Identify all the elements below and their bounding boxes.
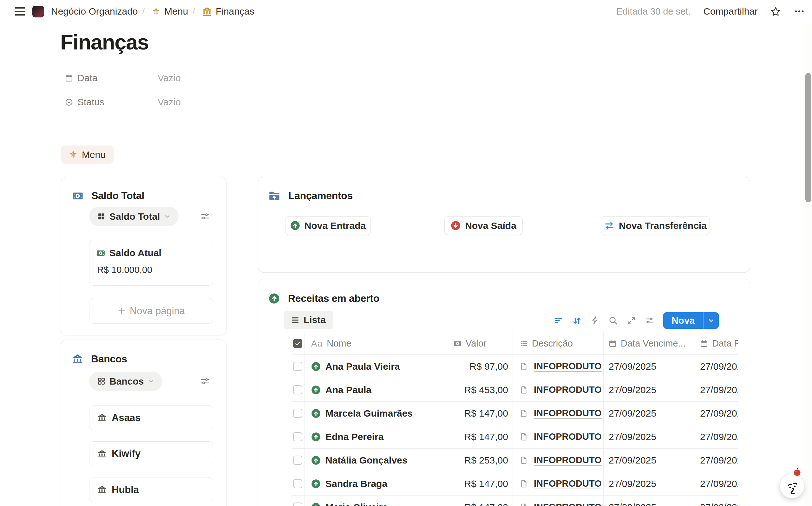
property-status-value[interactable]: Vazio — [158, 97, 181, 107]
nova-transferencia-button[interactable]: Nova Transferência — [601, 216, 710, 235]
row-data-pagamento-cell[interactable]: 27/09/2025 — [695, 378, 738, 401]
row-data-pagamento-cell[interactable]: 27/09/2025 — [695, 425, 738, 448]
page-icon — [520, 433, 528, 441]
arrow-down-circle-red-icon — [451, 221, 461, 231]
row-data-vencimento-cell[interactable]: 27/09/2025 — [603, 449, 695, 472]
bank-gray-icon — [98, 449, 106, 458]
row-valor-cell[interactable]: R$ 147,00 — [449, 472, 513, 495]
text-type-icon: Aa — [311, 339, 323, 349]
row-checkbox[interactable] — [293, 409, 302, 418]
row-nome-cell[interactable]: Marcela Guimarães — [305, 402, 449, 425]
search-icon[interactable] — [608, 316, 618, 325]
scrollbar-thumb[interactable] — [805, 73, 811, 202]
header-nome[interactable]: Aa Nome — [305, 333, 449, 354]
row-checkbox[interactable] — [293, 385, 302, 395]
row-nome-cell[interactable]: Maria Oliveira — [305, 496, 449, 506]
more-options-icon[interactable] — [794, 6, 805, 17]
bancos-view-settings-icon[interactable] — [200, 376, 210, 386]
row-descricao-cell[interactable]: INFOPRODUTO — [513, 496, 603, 506]
hamburger-menu-icon[interactable] — [15, 7, 25, 15]
row-data-vencimento-cell[interactable]: 27/09/2025 — [603, 472, 695, 495]
workspace-avatar[interactable] — [32, 6, 44, 17]
breadcrumb-page[interactable]: Finanças — [199, 5, 257, 18]
menu-link-button[interactable]: ⚜ Menu — [61, 146, 113, 164]
row-data-pagamento-cell[interactable]: 27/09/2025 — [695, 496, 738, 506]
arrow-up-circle-green-icon — [311, 409, 321, 418]
row-data-vencimento-cell[interactable]: 27/09/2025 — [603, 378, 695, 401]
nova-dropdown-chevron-icon[interactable] — [704, 312, 719, 329]
row-data-pagamento-cell[interactable]: 27/09/2025 — [695, 355, 738, 378]
row-valor-cell[interactable]: R$ 147,00 — [449, 425, 513, 448]
lista-view-tab[interactable]: Lista — [283, 311, 333, 329]
new-page-button[interactable]: Nova página — [89, 298, 213, 324]
page-icon — [520, 362, 528, 370]
row-data-pagamento-cell[interactable]: 27/09/2025 — [695, 449, 738, 472]
header-descricao[interactable]: Descrição — [513, 333, 603, 354]
money-green-icon — [96, 249, 105, 257]
share-button[interactable]: Compartilhar — [703, 6, 758, 17]
saldo-atual-card[interactable]: Saldo Atual R$ 10.000,00 — [89, 240, 213, 286]
row-nome-cell[interactable]: Ana Paula Vieira — [305, 355, 449, 378]
row-checkbox[interactable] — [293, 432, 302, 441]
row-descricao-cell[interactable]: INFOPRODUTO — [513, 425, 603, 448]
row-valor-cell[interactable]: R$ 453,00 — [449, 378, 513, 401]
property-status[interactable]: Status — [65, 97, 158, 107]
filter-icon[interactable] — [554, 316, 563, 325]
row-nome-cell[interactable]: Edna Pereira — [305, 425, 449, 448]
saldo-atual-title: Saldo Atual — [109, 248, 161, 258]
header-data-vencimento[interactable]: Data Vencime... — [603, 333, 695, 354]
breadcrumb-menu[interactable]: ⚜ Menu — [149, 5, 191, 18]
view-settings-sliders-icon[interactable] — [645, 316, 654, 325]
saldo-view-settings-icon[interactable] — [200, 212, 210, 221]
property-data-value[interactable]: Vazio — [158, 73, 181, 83]
header-data-pagamento[interactable]: Data P — [695, 333, 738, 354]
row-data-pagamento-cell[interactable]: 27/09/2025 — [695, 472, 738, 495]
row-valor-cell[interactable]: R$ 97,00 — [449, 355, 513, 378]
nova-entrada-button[interactable]: Nova Entrada — [285, 216, 371, 235]
automation-bolt-icon[interactable] — [591, 316, 599, 325]
row-descricao-cell[interactable]: INFOPRODUTO — [513, 355, 603, 378]
row-nome-cell[interactable]: Ana Paula — [305, 378, 449, 401]
bank-item-label: Kiwify — [112, 448, 141, 459]
calendar-icon — [609, 340, 617, 347]
bancos-view-tab[interactable]: Bancos — [89, 371, 162, 391]
row-data-vencimento-cell[interactable]: 27/09/2025 — [603, 355, 695, 378]
bank-blue-icon — [72, 354, 83, 364]
row-nome-cell[interactable]: Sandra Braga — [305, 472, 449, 495]
row-data-vencimento-cell[interactable]: 27/09/2025 — [603, 425, 695, 448]
row-descricao-cell[interactable]: INFOPRODUTO — [513, 472, 603, 495]
table-row: Ana Paula R$ 453,00 INFOPRODUTO 2 — [292, 378, 738, 402]
ai-assistant-button[interactable] — [780, 474, 804, 498]
row-checkbox[interactable] — [293, 503, 302, 506]
saldo-view-tab[interactable]: Saldo Total — [89, 207, 179, 226]
row-valor-cell[interactable]: R$ 253,00 — [449, 449, 513, 472]
breadcrumb-menu-label: Menu — [164, 6, 188, 17]
bank-item[interactable]: Asaas — [89, 405, 213, 430]
breadcrumb-page-label: Finanças — [216, 6, 254, 17]
row-descricao-cell[interactable]: INFOPRODUTO — [513, 402, 603, 425]
row-checkbox[interactable] — [293, 362, 302, 371]
sort-icon[interactable] — [572, 316, 582, 326]
top-bar: Negócio Organizado / ⚜ Menu / Finanças E… — [0, 0, 812, 23]
row-checkbox[interactable] — [293, 479, 302, 488]
notion-page: Negócio Organizado / ⚜ Menu / Finanças E… — [0, 0, 812, 506]
row-checkbox[interactable] — [293, 455, 302, 465]
bank-item[interactable]: Hubla — [89, 477, 213, 502]
row-valor-cell[interactable]: R$ 147,00 — [449, 402, 513, 425]
nova-saida-button[interactable]: Nova Saída — [444, 216, 523, 235]
row-data-vencimento-cell[interactable]: 27/09/2025 — [603, 496, 695, 506]
row-descricao-cell[interactable]: INFOPRODUTO — [513, 449, 603, 472]
nova-button[interactable]: Nova — [663, 312, 719, 329]
expand-icon[interactable] — [627, 316, 636, 325]
row-valor-cell[interactable]: R$ 147,00 — [449, 496, 513, 506]
row-nome-cell[interactable]: Natália Gonçalves — [305, 449, 449, 472]
bank-item[interactable]: Kiwify — [89, 441, 213, 467]
favorite-star-icon[interactable] — [770, 6, 781, 17]
row-descricao-cell[interactable]: INFOPRODUTO — [513, 378, 603, 401]
property-data[interactable]: Data — [65, 73, 158, 83]
breadcrumb-workspace[interactable]: Negócio Organizado — [49, 5, 141, 18]
header-valor[interactable]: Valor — [449, 333, 513, 354]
row-data-pagamento-cell[interactable]: 27/09/2025 — [695, 402, 738, 425]
row-data-vencimento-cell[interactable]: 27/09/2025 — [603, 402, 695, 425]
select-all-checkbox[interactable] — [293, 339, 302, 348]
